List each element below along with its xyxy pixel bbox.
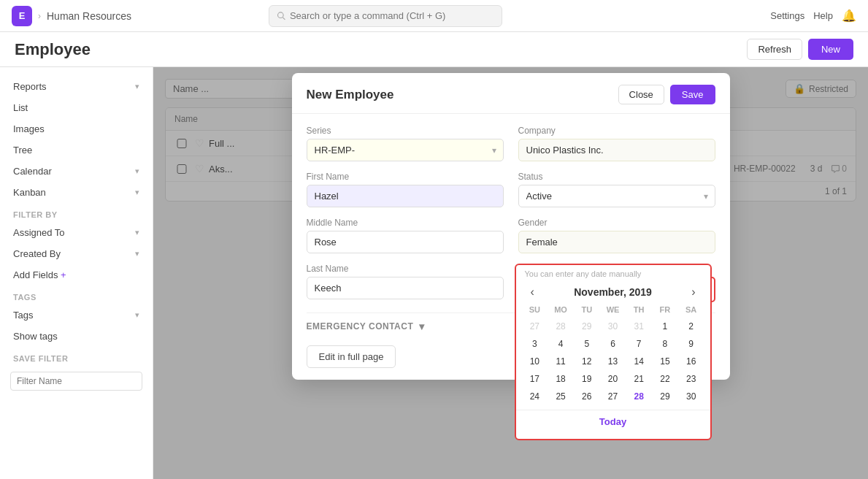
cal-day[interactable]: 30: [600, 318, 626, 335]
sidebar-item-add-fields[interactable]: Add Fields +: [0, 264, 153, 286]
cal-day[interactable]: 24: [522, 388, 548, 405]
calendar-grid: SU MO TU WE TH FR SA 27: [516, 303, 710, 405]
second-bar-actions: Refresh New: [747, 39, 853, 60]
cal-day[interactable]: 25: [548, 388, 574, 405]
modal-body: Series HR-EMP- Company: [292, 114, 730, 380]
cal-day[interactable]: 1: [652, 318, 678, 335]
sidebar-item-calendar[interactable]: Calendar ▾: [0, 161, 153, 182]
cal-day[interactable]: 8: [652, 335, 678, 353]
cal-day[interactable]: 28: [548, 318, 574, 335]
first-name-input[interactable]: [307, 185, 504, 207]
app-icon: E: [12, 6, 32, 26]
series-field: Series HR-EMP-: [307, 126, 504, 161]
series-select-wrap: HR-EMP-: [307, 139, 504, 161]
company-field: Company: [518, 126, 715, 161]
cal-day[interactable]: 30: [678, 388, 704, 405]
sidebar-item-images[interactable]: Images: [0, 118, 153, 139]
reports-arrow-icon: ▾: [135, 82, 139, 91]
cal-day-today[interactable]: 28: [626, 388, 652, 405]
cal-day[interactable]: 26: [574, 388, 600, 405]
gender-input[interactable]: [518, 231, 715, 253]
cal-day[interactable]: 29: [574, 318, 600, 335]
calendar-prev-button[interactable]: ‹: [526, 286, 539, 299]
sidebar-item-kanban[interactable]: Kanban ▾: [0, 182, 153, 203]
nav-right: Settings Help 🔔: [770, 9, 856, 23]
series-label: Series: [307, 126, 504, 136]
search-input[interactable]: [290, 10, 494, 21]
cal-day[interactable]: 6: [600, 335, 626, 353]
refresh-button[interactable]: Refresh: [747, 39, 802, 60]
form-row-firstname-status: First Name Status Active Inactive: [307, 172, 715, 207]
cal-day[interactable]: 18: [548, 370, 574, 388]
calendar-next-button[interactable]: ›: [687, 286, 699, 299]
sidebar-item-assigned-to[interactable]: Assigned To ▾: [0, 222, 153, 243]
cal-day[interactable]: 21: [626, 370, 652, 388]
cal-day[interactable]: 17: [522, 370, 548, 388]
sidebar-item-created-by[interactable]: Created By ▾: [0, 243, 153, 264]
modal-header: New Employee Close Save: [292, 73, 730, 114]
help-button[interactable]: Help: [813, 10, 833, 21]
search-bar[interactable]: [269, 5, 502, 27]
last-name-input[interactable]: [307, 277, 504, 299]
status-select[interactable]: Active Inactive: [518, 185, 715, 207]
cal-day[interactable]: 4: [548, 335, 574, 353]
cal-day[interactable]: 9: [678, 335, 704, 353]
layout: Reports ▾ List Images Tree Calendar ▾ Ka…: [0, 67, 868, 479]
cal-day[interactable]: 10: [522, 353, 548, 370]
cal-day[interactable]: 13: [600, 353, 626, 370]
sidebar-item-list[interactable]: List: [0, 97, 153, 118]
cal-day[interactable]: 29: [652, 388, 678, 405]
status-label: Status: [518, 172, 715, 182]
calendar-week-5: 24 25 26 27 28 29 30: [522, 388, 704, 405]
sidebar-item-tree[interactable]: Tree: [0, 139, 153, 161]
kanban-arrow-icon: ▾: [135, 188, 139, 197]
date-picker-popup: You can enter any date manually ‹ Novemb…: [515, 264, 712, 440]
cal-day[interactable]: 15: [652, 353, 678, 370]
form-row-middlename-gender: Middle Name Gender: [307, 218, 715, 253]
close-button[interactable]: Close: [618, 85, 664, 104]
svg-point-0: [277, 12, 283, 18]
status-field: Status Active Inactive: [518, 172, 715, 207]
calendar-dow-row: SU MO TU WE TH FR SA: [522, 303, 704, 316]
sidebar-item-show-tags[interactable]: Show tags: [0, 326, 153, 347]
filter-by-section: FILTER BY: [0, 203, 153, 222]
cal-day[interactable]: 27: [600, 388, 626, 405]
save-filter-section: SAVE FILTER: [0, 347, 153, 366]
emergency-contact-label: EMERGENCY CONTACT: [307, 321, 414, 332]
settings-button[interactable]: Settings: [770, 10, 804, 21]
last-name-label: Last Name: [307, 264, 504, 274]
series-select[interactable]: HR-EMP-: [307, 139, 504, 161]
main-content: Add Filter 🔒 Restricted Name Last Modifi…: [153, 67, 868, 479]
edit-full-page-button[interactable]: Edit in full page: [307, 345, 396, 368]
tags-section: TAGS: [0, 286, 153, 304]
cal-day[interactable]: 16: [678, 353, 704, 370]
cal-day[interactable]: 20: [600, 370, 626, 388]
company-input[interactable]: [518, 139, 715, 161]
cal-day[interactable]: 14: [626, 353, 652, 370]
cal-day[interactable]: 3: [522, 335, 548, 353]
calendar-week-1: 27 28 29 30 31 1 2: [522, 318, 704, 335]
gender-field: Gender: [518, 218, 715, 253]
cal-day[interactable]: 11: [548, 353, 574, 370]
cal-day[interactable]: 23: [678, 370, 704, 388]
new-button[interactable]: New: [808, 39, 853, 60]
created-by-arrow-icon: ▾: [135, 249, 139, 258]
middle-name-input[interactable]: [307, 231, 504, 253]
cal-day[interactable]: 2: [678, 318, 704, 335]
save-button[interactable]: Save: [670, 85, 715, 104]
filter-name-input[interactable]: [10, 372, 142, 391]
first-name-field: First Name: [307, 172, 504, 207]
cal-day[interactable]: 7: [626, 335, 652, 353]
cal-day[interactable]: 19: [574, 370, 600, 388]
calendar-today-button[interactable]: Today: [516, 410, 710, 433]
cal-day[interactable]: 27: [522, 318, 548, 335]
sidebar-item-tags[interactable]: Tags ▾: [0, 304, 153, 326]
sidebar-item-reports[interactable]: Reports ▾: [0, 76, 153, 97]
cal-day[interactable]: 22: [652, 370, 678, 388]
calendar-arrow-icon: ▾: [135, 166, 139, 176]
cal-day[interactable]: 12: [574, 353, 600, 370]
cal-day[interactable]: 31: [626, 318, 652, 335]
cal-day[interactable]: 5: [574, 335, 600, 353]
notification-icon[interactable]: 🔔: [842, 9, 856, 23]
last-name-field: Last Name: [307, 264, 504, 302]
